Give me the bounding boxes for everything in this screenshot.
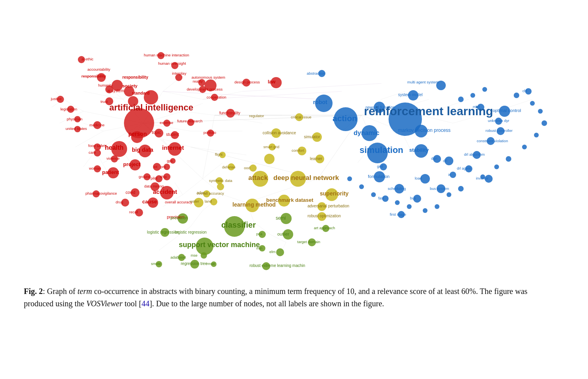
svg-text:ship: ship bbox=[160, 174, 166, 179]
svg-point-196 bbox=[217, 183, 224, 190]
figure-caption: Fig. 2: Graph of term co-occurrence in a… bbox=[24, 285, 540, 310]
svg-text:cause: cause bbox=[142, 199, 157, 205]
svg-text:deep neural network: deep neural network bbox=[273, 174, 339, 182]
svg-text:outlier: outlier bbox=[277, 232, 289, 236]
svg-point-162 bbox=[458, 97, 464, 102]
svg-text:logistic regression: logistic regression bbox=[147, 230, 179, 234]
svg-text:portfolio: portfolio bbox=[203, 131, 216, 135]
svg-point-212 bbox=[250, 164, 257, 172]
svg-text:pro: pro bbox=[161, 164, 166, 169]
svg-point-176 bbox=[435, 204, 439, 209]
svg-text:design process: design process bbox=[234, 80, 260, 84]
svg-text:interplay: interplay bbox=[172, 71, 186, 75]
svg-text:critical issue: critical issue bbox=[291, 115, 311, 119]
svg-point-166 bbox=[530, 101, 535, 106]
svg-text:elm: elm bbox=[269, 249, 275, 254]
caption-text-3: tool [ bbox=[122, 299, 141, 308]
svg-text:pharmacovigilance: pharmacovigilance bbox=[85, 191, 117, 195]
svg-text:medicine: medicine bbox=[89, 123, 104, 127]
svg-text:constraint violation: constraint violation bbox=[477, 139, 508, 143]
svg-point-182 bbox=[347, 176, 352, 181]
figure-container: ai ethic accountability responsibility j… bbox=[24, 12, 564, 310]
svg-text:future research: future research bbox=[177, 119, 203, 123]
svg-text:humanity: humanity bbox=[98, 83, 113, 87]
svg-text:multi agent system: multi agent system bbox=[407, 80, 439, 84]
svg-text:artificial intelligence: artificial intelligence bbox=[109, 102, 193, 112]
svg-text:learning method: learning method bbox=[232, 201, 276, 208]
svg-text:accountability: accountability bbox=[87, 67, 110, 72]
svg-text:logistic regression: logistic regression bbox=[175, 230, 207, 234]
svg-text:robust controller: robust controller bbox=[485, 128, 513, 133]
svg-text:defense: defense bbox=[222, 165, 236, 169]
svg-point-170 bbox=[522, 145, 527, 149]
svg-text:mse: mse bbox=[191, 253, 197, 257]
svg-text:first stage: first stage bbox=[390, 212, 406, 217]
svg-text:rmse: rmse bbox=[207, 261, 215, 266]
svg-text:reality: reality bbox=[193, 79, 203, 83]
svg-text:synthetic data: synthetic data bbox=[209, 178, 232, 183]
svg-text:bus system: bus system bbox=[430, 186, 449, 191]
svg-point-175 bbox=[447, 192, 451, 197]
svg-point-163 bbox=[470, 93, 475, 98]
svg-point-172 bbox=[494, 164, 499, 169]
svg-text:responsibility: responsibility bbox=[81, 74, 106, 78]
graph-area: ai ethic accountability responsibility j… bbox=[24, 12, 564, 278]
svg-text:learner: learner bbox=[310, 157, 323, 161]
svg-text:recall: recall bbox=[129, 210, 138, 214]
svg-text:support vector machine: support vector machine bbox=[179, 241, 260, 249]
svg-text:semi: semi bbox=[276, 215, 286, 221]
svg-text:food safety: food safety bbox=[88, 143, 107, 148]
svg-text:target domain: target domain bbox=[297, 240, 320, 244]
svg-text:overall accuracy: overall accuracy bbox=[197, 191, 224, 195]
svg-text:drl agent: drl agent bbox=[457, 166, 471, 170]
svg-text:markov decision process: markov decision process bbox=[398, 128, 451, 133]
svg-text:drl: drl bbox=[443, 159, 447, 163]
svg-text:fast: fast bbox=[378, 196, 384, 200]
svg-text:dqn: dqn bbox=[431, 156, 437, 160]
svg-text:society: society bbox=[122, 83, 138, 88]
svg-text:big data: big data bbox=[132, 147, 153, 153]
svg-text:attack: attack bbox=[248, 174, 268, 182]
svg-text:physician: physician bbox=[67, 117, 83, 121]
svg-text:care: care bbox=[89, 150, 96, 155]
svg-text:health: health bbox=[105, 144, 124, 151]
svg-text:robot: robot bbox=[313, 99, 327, 105]
svg-text:violence: violence bbox=[106, 157, 120, 160]
svg-text:water: water bbox=[190, 199, 199, 203]
svg-text:grid: grid bbox=[377, 164, 383, 168]
svg-text:internet: internet bbox=[162, 144, 184, 151]
svg-point-180 bbox=[371, 192, 376, 197]
svg-text:action: action bbox=[333, 114, 357, 123]
svg-text:student: student bbox=[166, 132, 179, 137]
caption-ref-link[interactable]: 44 bbox=[141, 299, 149, 308]
svg-text:data mining: data mining bbox=[144, 184, 164, 188]
svg-text:regression tree: regression tree bbox=[181, 261, 207, 266]
svg-text:patient: patient bbox=[102, 169, 119, 175]
svg-text:adaboost: adaboost bbox=[170, 255, 186, 259]
svg-text:accident: accident bbox=[153, 188, 177, 195]
svg-point-178 bbox=[407, 204, 412, 209]
svg-text:standard: standard bbox=[132, 91, 149, 95]
svg-text:precision: precision bbox=[170, 215, 188, 220]
svg-point-177 bbox=[423, 208, 427, 213]
svg-point-164 bbox=[482, 87, 487, 92]
svg-text:overall accuracy: overall accuracy bbox=[165, 200, 192, 204]
svg-point-179 bbox=[395, 200, 400, 205]
svg-text:stability: stability bbox=[409, 147, 429, 153]
svg-text:cbf: cbf bbox=[522, 89, 528, 93]
svg-point-165 bbox=[514, 93, 519, 98]
svg-text:unknown dyr: unknown dyr bbox=[488, 118, 509, 123]
svg-point-181 bbox=[359, 184, 364, 189]
svg-text:mbrl: mbrl bbox=[473, 105, 480, 109]
svg-text:system model: system model bbox=[398, 93, 423, 97]
svg-text:irl: irl bbox=[448, 173, 451, 177]
caption-text-4: ]. Due to the large number of nodes, not… bbox=[149, 299, 384, 308]
svg-text:responsibility: responsibility bbox=[122, 75, 148, 79]
svg-text:human machine interaction: human machine interaction bbox=[144, 53, 189, 57]
svg-point-171 bbox=[506, 156, 511, 162]
svg-text:law: law bbox=[268, 79, 276, 85]
svg-text:woman: woman bbox=[89, 166, 101, 170]
svg-point-168 bbox=[542, 120, 547, 126]
svg-text:topic: topic bbox=[152, 130, 161, 135]
svg-text:adversarial perturbation: adversarial perturbation bbox=[308, 204, 349, 208]
